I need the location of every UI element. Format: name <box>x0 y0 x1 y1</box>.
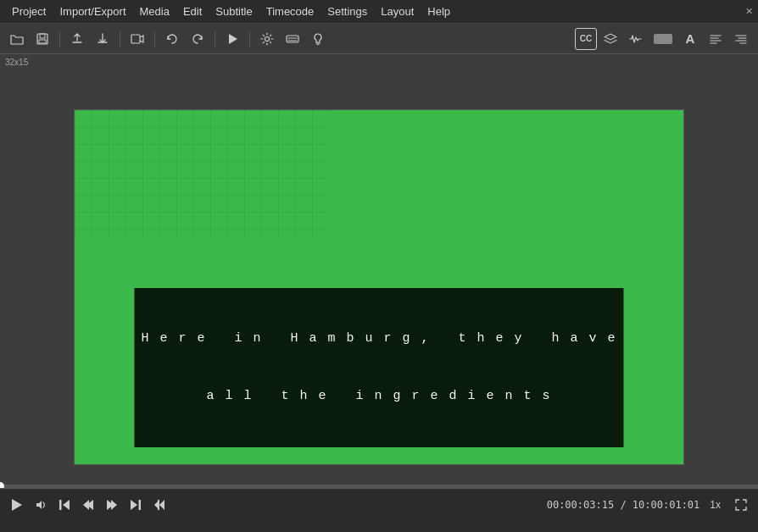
reverse-button[interactable] <box>149 495 170 515</box>
play-button[interactable] <box>7 495 27 515</box>
volume-button[interactable] <box>31 495 51 515</box>
subtitle-text: H e r e i n H a m b u r g , t h e y h a … <box>134 288 623 447</box>
svg-rect-9 <box>75 110 329 237</box>
toolbar-separator-2 <box>120 30 120 47</box>
fullscreen-button[interactable] <box>731 495 751 515</box>
svg-marker-14 <box>83 500 89 510</box>
settings-button[interactable] <box>255 28 279 50</box>
svg-marker-19 <box>159 500 164 510</box>
undo-button[interactable] <box>160 28 184 50</box>
layers-button[interactable] <box>599 28 622 50</box>
dimension-label: 32x15 <box>5 58 28 67</box>
text-align-left-button[interactable] <box>704 28 727 50</box>
skip-start-button[interactable] <box>54 495 75 515</box>
toolbar-separator-3 <box>154 30 155 47</box>
svg-rect-1 <box>40 34 45 38</box>
menu-subtitle[interactable]: Subtitle <box>209 3 259 19</box>
menu-layout[interactable]: Layout <box>374 3 421 19</box>
toolbar-separator-1 <box>59 30 60 47</box>
menu-bar: Project Import/Export Media Edit Subtitl… <box>0 0 758 24</box>
subtitle-line1: H e r e i n H a m b u r g , t h e y h a … <box>141 330 616 349</box>
svg-rect-2 <box>39 40 46 43</box>
timecode-display: 00:00:03:15 / 10:00:01:01 <box>547 499 700 511</box>
toolbar-separator-5 <box>249 30 250 47</box>
svg-marker-10 <box>12 499 22 511</box>
svg-point-5 <box>265 36 270 41</box>
subtitle-overlay: H e r e i n H a m b u r g , t h e y h a … <box>134 288 623 447</box>
window-close-icon[interactable]: ✕ <box>745 6 753 17</box>
skip-end-button[interactable] <box>125 495 146 515</box>
waveform-button[interactable] <box>624 28 648 50</box>
step-forward-button[interactable] <box>102 495 122 515</box>
svg-marker-11 <box>63 500 70 510</box>
cc-button[interactable]: CC <box>575 28 597 50</box>
menu-timecode[interactable]: Timecode <box>259 3 321 19</box>
menu-edit[interactable]: Edit <box>176 3 209 19</box>
import-button[interactable] <box>65 28 89 50</box>
menu-help[interactable]: Help <box>421 3 457 19</box>
color-block-button[interactable] <box>649 28 677 50</box>
svg-rect-18 <box>139 500 142 510</box>
toolbar-separator-4 <box>215 30 215 47</box>
toolbar-right: CC A <box>575 28 753 50</box>
save-button[interactable] <box>31 28 54 50</box>
export-button[interactable] <box>91 28 114 50</box>
svg-rect-7 <box>654 34 672 44</box>
video-canvas[interactable]: H e r e i n H a m b u r g , t h e y h a … <box>74 109 684 465</box>
film-export-button[interactable] <box>125 28 149 50</box>
svg-marker-21 <box>154 500 159 510</box>
svg-marker-17 <box>131 500 137 510</box>
menu-settings[interactable]: Settings <box>320 3 374 19</box>
svg-marker-4 <box>229 34 237 44</box>
play-forward-button[interactable] <box>220 28 244 50</box>
speed-display: 1x <box>710 499 721 511</box>
lightbulb-button[interactable] <box>306 28 330 50</box>
menu-media[interactable]: Media <box>133 3 176 19</box>
text-align-right-button[interactable] <box>729 28 753 50</box>
subtitle-line2: a l l t h e i n g r e d i e n t s <box>141 387 616 407</box>
open-folder-button[interactable] <box>5 28 29 50</box>
step-back-button[interactable] <box>78 495 98 515</box>
redo-button[interactable] <box>186 28 209 50</box>
playback-bar: 00:00:03:15 / 10:00:01:01 1x <box>0 488 758 520</box>
svg-rect-3 <box>131 35 140 43</box>
svg-rect-12 <box>59 500 62 510</box>
grid-overlay <box>75 110 329 237</box>
toolbar: CC A <box>0 24 758 54</box>
keyboard-button[interactable] <box>281 28 304 50</box>
text-style-button[interactable]: A <box>678 28 702 50</box>
svg-marker-16 <box>111 500 117 510</box>
svg-rect-6 <box>287 36 298 42</box>
menu-project[interactable]: Project <box>5 3 53 19</box>
video-area: 32x15 H e r e i n H a m b u r g , t h e … <box>0 54 758 520</box>
menu-importexport[interactable]: Import/Export <box>53 3 132 19</box>
